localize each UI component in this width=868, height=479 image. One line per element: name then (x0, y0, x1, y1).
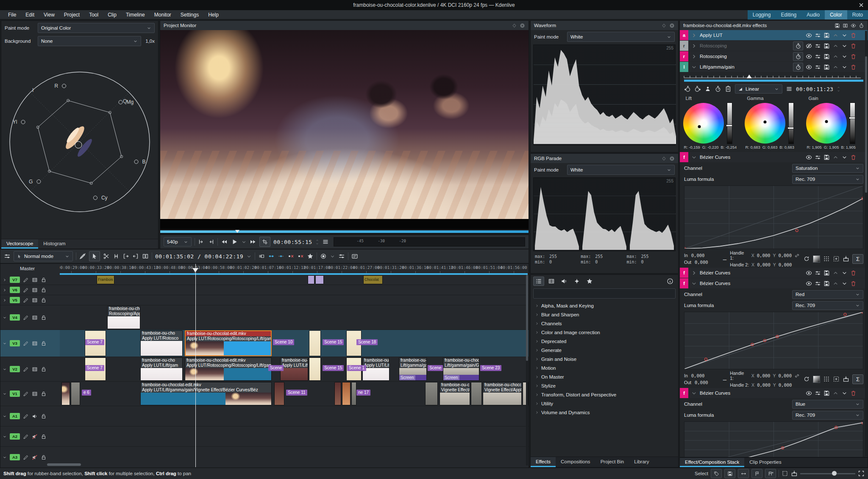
save-effect-icon[interactable] (823, 53, 830, 60)
chevron-right-icon[interactable] (3, 288, 7, 292)
select-marker-button[interactable] (765, 469, 776, 478)
wheel-cursor[interactable] (825, 120, 828, 123)
speaker-icon[interactable] (32, 413, 38, 419)
edit-disabled-icon[interactable] (79, 253, 86, 260)
track-lane-a3[interactable] (60, 447, 529, 468)
move-down-icon[interactable] (841, 43, 848, 49)
handle1-x[interactable]: 0,000 (757, 373, 771, 378)
timeline-clip[interactable]: framboise-ou-choApply LUT/Lift/gam (140, 357, 183, 381)
in-value[interactable]: 0,000 (691, 253, 705, 258)
presets-icon[interactable] (815, 270, 821, 276)
insert-zone-icon[interactable] (122, 253, 129, 260)
timecode-spinner[interactable] (315, 239, 319, 245)
chevron-down-icon[interactable] (3, 367, 7, 371)
luma-formula-select[interactable]: Rec. 709 (792, 411, 863, 420)
menu-tool[interactable]: Tool (85, 11, 102, 19)
category-alpha-mask-and-keying[interactable]: Alpha, Mask and Keying (531, 301, 677, 310)
scene-marker[interactable]: Scene 15 (323, 365, 344, 371)
delete-effect-icon[interactable] (850, 390, 857, 396)
chevron-down-icon[interactable] (3, 316, 7, 320)
presets-icon[interactable] (815, 280, 821, 287)
subtitle-tool-icon[interactable] (351, 253, 358, 260)
timeline-hscrollbar[interactable] (47, 463, 81, 466)
chevron-down-icon[interactable] (691, 390, 697, 396)
float-panel-icon[interactable] (661, 156, 667, 161)
workspace-tab-editing[interactable]: Editing (776, 10, 802, 19)
show-gradient-icon[interactable] (813, 376, 820, 383)
timeline-clip[interactable]: framboise-ou-chApply LUT/Lift/ga (280, 357, 308, 381)
timeline-clip[interactable] (309, 357, 321, 381)
move-down-icon[interactable] (841, 154, 848, 161)
track-header-a1[interactable]: A1 (0, 406, 60, 426)
speaker-muted-icon[interactable] (32, 454, 38, 460)
timeline-clip[interactable] (315, 275, 324, 284)
menu-clip[interactable]: Clip (104, 11, 120, 19)
copy-keyframes-icon[interactable] (725, 86, 732, 92)
move-down-icon[interactable] (841, 53, 848, 60)
wheel-slider[interactable] (788, 102, 794, 144)
timeline-clip[interactable]: Chocolat (363, 275, 383, 284)
category-channels[interactable]: Channels (531, 319, 677, 328)
select-resize-button[interactable] (738, 469, 749, 478)
reset-curve-icon[interactable] (803, 376, 810, 382)
link-handles-icon[interactable] (794, 253, 800, 258)
category-volume-and-dynamics[interactable]: Volume and Dynamics (531, 408, 677, 417)
remove-keyframe-icon[interactable] (287, 253, 294, 260)
track-badge[interactable]: V1 (10, 390, 20, 397)
background-select[interactable]: None (38, 36, 141, 46)
master-track-label[interactable]: Master (0, 264, 60, 273)
wheel-slider[interactable] (727, 102, 732, 144)
zone-in-icon[interactable] (198, 238, 205, 245)
move-down-icon[interactable] (841, 390, 848, 396)
timeline-timecode[interactable]: 00:01:35:02 / 00:04:22:19 (155, 253, 243, 260)
video-viewport[interactable] (160, 30, 529, 229)
bezier-curve-editor-blue[interactable] (684, 421, 863, 457)
effect-row-apply-lut[interactable]: a Apply LUT (680, 30, 868, 40)
save-effect-icon[interactable] (823, 32, 830, 39)
playhead-handle[interactable] (192, 268, 198, 272)
timeline-clip[interactable]: framboise-ou-chApply LUT/Lift/g (362, 357, 389, 381)
lock-icon[interactable] (41, 413, 47, 419)
save-stack-icon[interactable] (835, 23, 840, 28)
move-up-icon[interactable] (832, 53, 839, 60)
timeline-clip[interactable] (342, 382, 351, 405)
lock-icon[interactable] (41, 315, 47, 321)
chevron-right-icon[interactable] (3, 278, 7, 282)
bezier-curve-editor-red[interactable] (684, 312, 863, 369)
timeline-clip[interactable]: framboise-ou-chLift/gamma/gainScreen (399, 357, 427, 381)
menu-settings[interactable]: Settings (177, 11, 203, 19)
pencil-icon[interactable] (23, 287, 29, 293)
show-favorites-button[interactable] (584, 277, 595, 286)
previous-keyframe-icon[interactable] (684, 86, 691, 92)
timeline-clip[interactable] (309, 330, 321, 356)
move-up-icon[interactable] (832, 390, 839, 396)
track-header-v7[interactable]: V7 (0, 275, 60, 285)
handle1-x[interactable]: 0,000 (757, 253, 771, 258)
scene-marker[interactable]: Scene 23 (480, 365, 501, 371)
lock-icon[interactable] (41, 287, 47, 293)
out-value[interactable]: 0,000 (695, 260, 708, 265)
scene-marker[interactable]: Scene 1 (347, 365, 366, 371)
channel-select[interactable]: Red (792, 290, 863, 299)
handle1-y[interactable]: 0,000 (778, 373, 792, 378)
channel-select[interactable]: Saturation (792, 164, 863, 173)
move-down-icon[interactable] (841, 32, 848, 39)
channel-select[interactable]: Blue (792, 400, 863, 409)
handle1-y[interactable]: 0,000 (778, 253, 792, 258)
chevron-right-icon[interactable] (691, 43, 697, 49)
timeline-clip-main[interactable]: framboise-ou-chocolat-edit.mkvApply LUT/… (185, 330, 272, 356)
float-panel-icon[interactable] (661, 23, 667, 28)
chevron-down-icon[interactable] (3, 414, 7, 418)
compare-icon[interactable] (843, 23, 848, 28)
close-panel-icon[interactable] (520, 23, 525, 28)
category-on-master[interactable]: On Master (531, 372, 677, 381)
effect-row-bezier-blue[interactable]: f Bézier Curves (680, 388, 868, 398)
wheel-slider-handle[interactable] (787, 127, 794, 129)
track-header-v4[interactable]: V4 (0, 305, 60, 329)
save-effect-icon[interactable] (823, 154, 830, 161)
monitor-seekbar[interactable] (160, 229, 529, 235)
pencil-icon[interactable] (23, 315, 29, 321)
eye-icon[interactable] (806, 53, 812, 60)
composition-screen[interactable]: Screen (443, 375, 479, 380)
speaker-muted-icon[interactable] (32, 434, 38, 440)
